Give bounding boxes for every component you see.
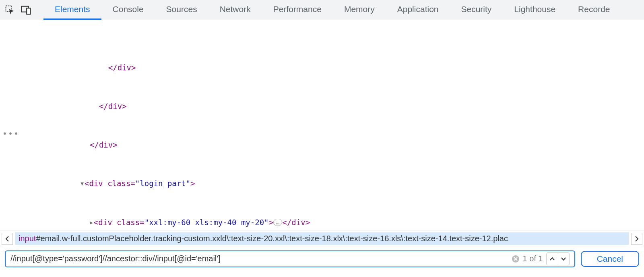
- search-input-container: 1 of 1: [5, 250, 575, 267]
- search-count: 1 of 1: [523, 254, 543, 263]
- tab-sources[interactable]: Sources: [155, 0, 208, 20]
- svg-rect-2: [27, 8, 30, 14]
- panel-tabs: Elements Console Sources Network Perform…: [43, 0, 621, 20]
- cancel-button[interactable]: Cancel: [581, 251, 639, 267]
- inspect-element-icon[interactable]: [3, 3, 17, 17]
- tab-application[interactable]: Application: [386, 0, 450, 20]
- breadcrumb-right-icon[interactable]: [631, 233, 642, 245]
- ellipsis-icon[interactable]: •••: [2, 127, 19, 140]
- expand-toggle[interactable]: [90, 216, 93, 229]
- search-next-icon[interactable]: [558, 253, 569, 265]
- breadcrumb-bar: input#email.w-full.customPlaceholder.tra…: [0, 230, 644, 247]
- device-toolbar-icon[interactable]: [19, 3, 33, 17]
- dom-node[interactable]: <div class=: [94, 218, 144, 227]
- collapsed-ellipsis[interactable]: …: [273, 219, 282, 226]
- tab-network[interactable]: Network: [208, 0, 262, 20]
- search-nav: [546, 252, 570, 265]
- dom-node[interactable]: <div class=: [85, 179, 135, 188]
- tab-performance[interactable]: Performance: [262, 0, 333, 20]
- tab-lighthouse[interactable]: Lighthouse: [503, 0, 567, 20]
- breadcrumb-left-icon[interactable]: [2, 233, 13, 245]
- search-input[interactable]: [10, 254, 512, 263]
- breadcrumb-path[interactable]: input#email.w-full.customPlaceholder.tra…: [15, 232, 629, 245]
- tab-recorder[interactable]: Recorde: [567, 0, 621, 20]
- dom-node[interactable]: </div>: [108, 63, 136, 72]
- search-prev-icon[interactable]: [547, 253, 558, 265]
- dom-node[interactable]: </div>: [90, 140, 118, 149]
- search-bar: 1 of 1 Cancel: [0, 247, 644, 270]
- tab-security[interactable]: Security: [450, 0, 503, 20]
- tab-elements[interactable]: Elements: [43, 0, 101, 20]
- tab-console[interactable]: Console: [101, 0, 155, 20]
- tab-memory[interactable]: Memory: [333, 0, 386, 20]
- dom-node[interactable]: </div>: [99, 102, 127, 111]
- dom-tree[interactable]: ••• </div> </div> </div> <div class="log…: [0, 20, 644, 230]
- clear-search-icon[interactable]: [512, 255, 520, 263]
- expand-toggle[interactable]: [80, 177, 84, 190]
- devtools-toolbar: Elements Console Sources Network Perform…: [0, 0, 644, 20]
